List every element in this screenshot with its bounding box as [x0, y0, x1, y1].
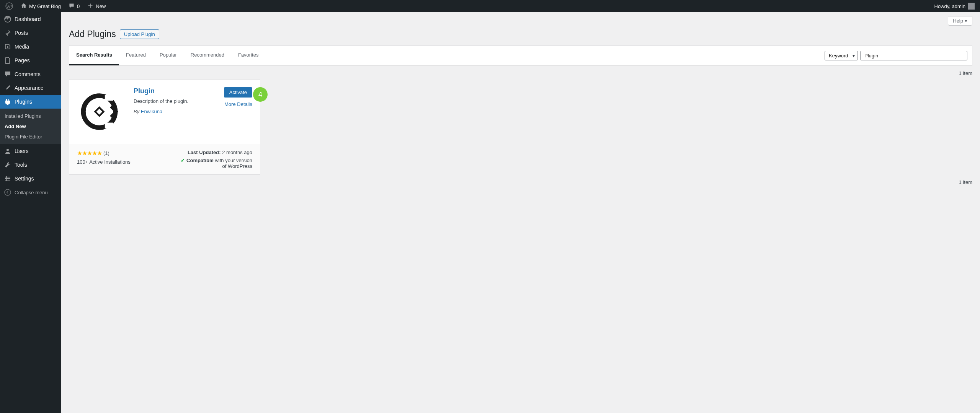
tab-popular[interactable]: Popular [153, 46, 184, 65]
comments-link[interactable]: 0 [65, 0, 83, 12]
svg-point-3 [7, 149, 9, 151]
sidebar-label: Pages [15, 57, 30, 63]
item-count-top: 1 item [61, 66, 980, 79]
plugin-icon [4, 98, 11, 106]
card-bottom-left: ★★★★★ (1) 100+ Active Installations [77, 150, 131, 169]
svg-point-9 [6, 179, 7, 181]
compatibility: ✓ Compatible with your version of WordPr… [176, 158, 252, 169]
filter-search: Keyword [820, 46, 972, 65]
sidebar-label: Comments [15, 71, 41, 77]
help-label: Help [953, 18, 963, 24]
plugin-card: 4 Plugin Description of the plugin. [69, 79, 260, 175]
sidebar-label: Plugins [15, 99, 32, 105]
page-title: Add Plugins [69, 29, 116, 39]
plugins-submenu: Installed Plugins Add New Plugin File Ed… [0, 109, 61, 144]
sidebar-label: Media [15, 44, 29, 50]
submenu-plugin-editor[interactable]: Plugin File Editor [0, 132, 61, 142]
comments-count: 0 [77, 3, 80, 9]
compat-label: Compatible [186, 158, 214, 163]
settings-icon [4, 175, 11, 182]
plugin-author: By Enwikuna [134, 109, 216, 114]
active-installations: 100+ Active Installations [77, 159, 131, 165]
pages-icon [4, 57, 11, 64]
last-updated: Last Updated: 2 months ago [188, 150, 252, 155]
plugin-actions: Activate More Details [224, 87, 252, 136]
item-count-bottom: 1 item [61, 175, 980, 188]
sidebar-label: Appearance [15, 85, 44, 91]
tab-recommended[interactable]: Recommended [184, 46, 231, 65]
svg-point-2 [7, 46, 8, 48]
sidebar-item-tools[interactable]: Tools [0, 158, 61, 172]
author-link[interactable]: Enwikuna [141, 109, 162, 114]
plugin-card-top: Plugin Description of the plugin. By Enw… [69, 80, 260, 144]
svg-point-8 [8, 178, 10, 179]
sidebar-item-users[interactable]: Users [0, 144, 61, 158]
page-header: Add Plugins Upload Plugin [61, 26, 980, 41]
sidebar-label: Tools [15, 162, 27, 168]
sidebar-item-comments[interactable]: Comments [0, 67, 61, 81]
sidebar-label: Users [15, 148, 29, 154]
new-content-link[interactable]: New [84, 0, 109, 12]
svg-point-7 [6, 176, 7, 178]
users-icon [4, 147, 11, 155]
plugin-grid: 4 Plugin Description of the plugin. [61, 79, 980, 175]
admin-bar: My Great Blog 0 New Howdy, admin [0, 0, 980, 12]
admin-bar-right: Howdy, admin [931, 0, 978, 12]
search-input[interactable] [860, 51, 967, 60]
main-content: Help ▾ Add Plugins Upload Plugin Search … [61, 12, 980, 188]
avatar [968, 3, 975, 10]
sidebar-item-settings[interactable]: Settings [0, 172, 61, 185]
help-button[interactable]: Help ▾ [948, 16, 972, 26]
help-wrapper: Help ▾ [61, 12, 980, 26]
howdy-text: Howdy, admin [934, 3, 965, 9]
filter-bar: Search Results Featured Popular Recommen… [69, 46, 972, 66]
wp-logo[interactable] [2, 0, 16, 12]
plugin-description: Description of the plugin. [134, 98, 216, 104]
tab-search-results[interactable]: Search Results [69, 46, 119, 65]
svg-rect-14 [105, 95, 113, 101]
plugin-card-bottom: ★★★★★ (1) 100+ Active Installations Last… [69, 144, 260, 174]
card-bottom-right: Last Updated: 2 months ago ✓ Compatible … [176, 150, 252, 169]
tools-icon [4, 161, 11, 169]
plugin-info: Plugin Description of the plugin. By Enw… [134, 87, 216, 136]
tab-favorites[interactable]: Favorites [231, 46, 265, 65]
search-type-select[interactable]: Keyword [825, 51, 858, 60]
step-badge: 4 [253, 87, 268, 102]
sidebar-label: Settings [15, 176, 34, 182]
by-text: By [134, 109, 141, 114]
sidebar-label: Dashboard [15, 16, 41, 22]
updated-label: Last Updated: [188, 150, 221, 155]
tab-featured[interactable]: Featured [119, 46, 153, 65]
sidebar-label: Posts [15, 30, 28, 36]
activate-button[interactable]: Activate [224, 87, 252, 98]
comment-icon [69, 3, 75, 10]
home-icon [21, 3, 27, 10]
search-type-wrap: Keyword [825, 51, 858, 60]
sidebar-item-plugins[interactable]: Plugins [0, 95, 61, 109]
more-details-link[interactable]: More Details [224, 101, 252, 107]
sidebar-item-posts[interactable]: Posts [0, 26, 61, 40]
plugin-name-link[interactable]: Plugin [134, 87, 216, 95]
rating-count: (1) [103, 150, 109, 156]
submenu-add-new[interactable]: Add New [0, 121, 61, 132]
upload-plugin-button[interactable]: Upload Plugin [120, 29, 159, 39]
filter-tabs: Search Results Featured Popular Recommen… [69, 46, 265, 65]
dashboard-icon [4, 15, 11, 23]
sidebar-item-appearance[interactable]: Appearance [0, 81, 61, 95]
site-name-link[interactable]: My Great Blog [18, 0, 64, 12]
submenu-installed-plugins[interactable]: Installed Plugins [0, 111, 61, 121]
brush-icon [4, 84, 11, 92]
compat-text: with your version of WordPress [214, 158, 252, 169]
rating: ★★★★★ (1) [77, 150, 131, 157]
comment-icon [4, 70, 11, 78]
pin-icon [4, 29, 11, 37]
sidebar-item-pages[interactable]: Pages [0, 54, 61, 67]
check-icon: ✓ [181, 158, 185, 163]
collapse-menu[interactable]: Collapse menu [0, 185, 61, 188]
sidebar-item-dashboard[interactable]: Dashboard [0, 12, 61, 26]
sidebar-item-media[interactable]: Media [0, 40, 61, 54]
plus-icon [87, 3, 93, 10]
site-name: My Great Blog [29, 3, 61, 9]
svg-rect-15 [105, 123, 113, 128]
account-link[interactable]: Howdy, admin [931, 0, 978, 12]
